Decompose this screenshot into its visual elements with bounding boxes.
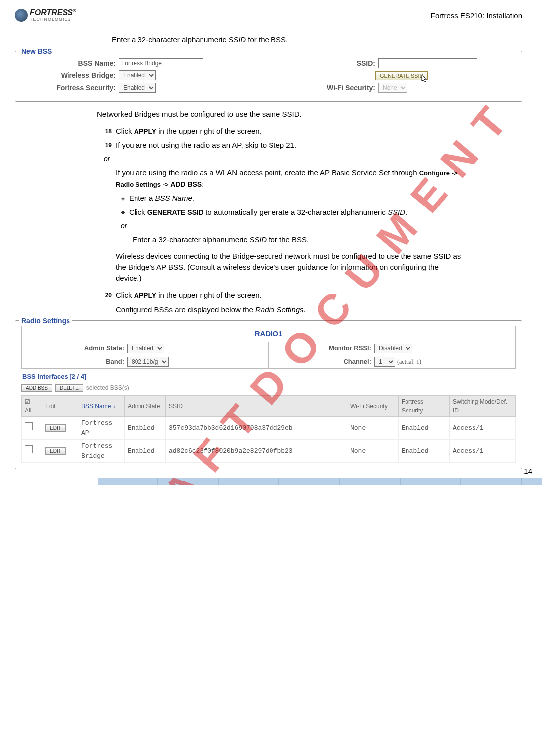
or-2: or xyxy=(121,221,463,231)
or-1: or xyxy=(104,154,463,164)
bullet-bssname: ❖Enter a BSS Name. xyxy=(121,193,463,204)
fortress-security-label: Fortress Security: xyxy=(21,83,119,93)
add-bss-button[interactable]: ADD BSS xyxy=(21,384,52,392)
row-checkbox[interactable] xyxy=(25,422,33,430)
bss-table: ☑All Edit BSS Name ↓ Admin State SSID Wi… xyxy=(21,395,516,463)
delete-button[interactable]: DELETE xyxy=(55,384,83,392)
bss-interfaces-header: BSS Interfaces [2 / 4] xyxy=(21,369,516,383)
col-ssid: SSID xyxy=(166,396,347,417)
page-number: 14 xyxy=(524,467,532,475)
radio-settings-fieldset: Radio Settings RADIO1 Admin State:Enable… xyxy=(15,320,522,469)
new-bss-fieldset: New BSS BSS Name: Wireless Bridge:Enable… xyxy=(15,51,522,102)
channel-select[interactable]: 1 xyxy=(374,357,395,367)
channel-actual: (actual: 1) xyxy=(395,357,421,366)
wireless-bridge-label: Wireless Bridge: xyxy=(21,70,119,81)
rssi-label: Monitor RSSI: xyxy=(272,344,374,353)
col-admin: Admin State xyxy=(125,396,166,417)
step-20: 20 Click APPLY in the upper right of the… xyxy=(97,290,463,301)
table-row: EDIT Fortress BridgeEnabledad82c6c23f0f8… xyxy=(22,440,516,463)
col-fortress: Fortress Security xyxy=(399,396,450,417)
paragraph-wlan: If you are using the radio as a WLAN acc… xyxy=(116,167,463,190)
fortress-security-select[interactable]: Enabled xyxy=(119,83,156,93)
logo-subtext: TECHNOLOGIES xyxy=(30,17,76,22)
sort-icon: ↓ xyxy=(113,403,116,410)
bss-name-label: BSS Name: xyxy=(21,58,119,69)
intro-line: Enter a 32-character alphanumeric SSID f… xyxy=(112,34,463,46)
registered-mark: ® xyxy=(73,8,76,13)
rssi-select[interactable]: Disabled xyxy=(374,344,412,353)
paragraph-configured: Configured BSSs are displayed below the … xyxy=(116,304,463,316)
col-bss-name[interactable]: BSS Name ↓ xyxy=(78,396,125,417)
wireless-bridge-select[interactable]: Enabled xyxy=(119,70,156,80)
channel-label: Channel: xyxy=(272,357,374,367)
header-title: Fortress ES210: Installation xyxy=(431,11,522,20)
bullet-genssid: ❖Click GENERATE SSID to automatically ge… xyxy=(121,207,463,218)
ssid-input[interactable] xyxy=(378,58,477,68)
footer-bar xyxy=(0,478,542,485)
fortress-logo-icon xyxy=(15,9,28,22)
edit-row-button[interactable]: EDIT xyxy=(45,424,66,432)
row-checkbox[interactable] xyxy=(25,445,33,453)
col-edit: Edit xyxy=(42,396,78,417)
band-select[interactable]: 802.11b/g xyxy=(127,357,169,367)
col-switch: Switching Mode/Def. ID xyxy=(450,396,516,417)
step-18: 18 Click APPLY in the upper right of the… xyxy=(97,126,463,137)
selected-text: selected BSS(s) xyxy=(86,383,129,392)
admin-state-label: Admin State: xyxy=(25,344,127,353)
logo-text: FORTRESS xyxy=(30,8,73,17)
table-row: EDIT Fortress APEnabled357c93da7bb3d62d1… xyxy=(22,417,516,440)
radio-legend: Radio Settings xyxy=(19,316,72,326)
wifi-security-select: None xyxy=(378,83,407,93)
bss-name-input[interactable] xyxy=(119,58,203,68)
generate-ssid-button[interactable]: GENERATE SSID xyxy=(375,71,428,80)
new-bss-legend: New BSS xyxy=(19,46,54,57)
band-label: Band: xyxy=(25,357,127,367)
cursor-icon xyxy=(421,74,430,83)
paragraph-networked: Networked Bridges must be configured to … xyxy=(97,109,463,120)
step-19: 19 If you are not using the radio as an … xyxy=(97,140,463,151)
col-wifi: Wi-Fi Security xyxy=(347,396,399,417)
wifi-security-label: Wi-Fi Security: xyxy=(276,83,378,93)
edit-row-button[interactable]: EDIT xyxy=(45,447,66,455)
admin-state-select[interactable]: Enabled xyxy=(127,344,164,353)
bullet-enterssid: Enter a 32-character alphanumeric SSID f… xyxy=(133,234,463,246)
radio1-title: RADIO1 xyxy=(21,326,516,342)
logo: FORTRESS® TECHNOLOGIES xyxy=(15,9,76,22)
ssid-label: SSID: xyxy=(276,58,378,69)
select-all-icon[interactable]: ☑All xyxy=(25,398,31,414)
paragraph-wireless-devices: Wireless devices connecting to the Bridg… xyxy=(116,251,463,284)
